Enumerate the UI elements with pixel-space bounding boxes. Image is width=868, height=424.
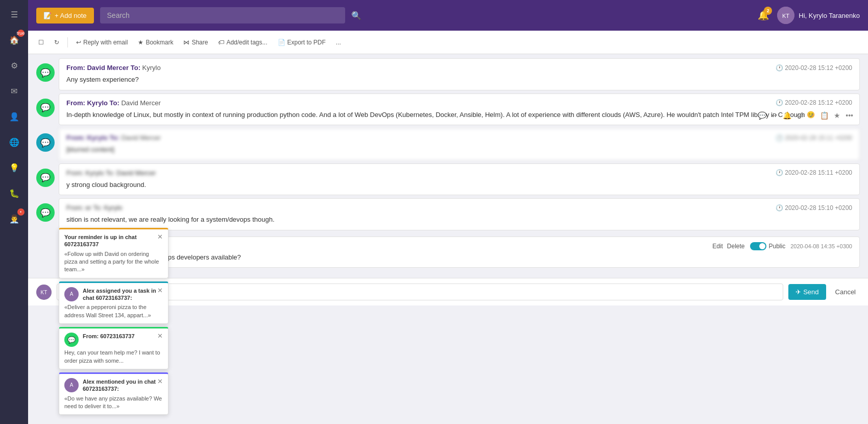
bell-action[interactable]: 🔔 <box>782 110 792 121</box>
export-icon: 📄 <box>278 39 285 46</box>
user-name: Hi, Kyrylo Taranenko <box>799 12 860 19</box>
sidebar: ☰ 🏠 true ⚙ ✉ 👤 🌐 💡 🐛 👨‍💼 • <box>0 0 28 424</box>
notif-title-4: Alex mentioned you in chat 60723163737: <box>83 378 157 393</box>
notif-close-1[interactable]: ✕ <box>157 233 163 240</box>
message-body-2: In-depth knowledge of Linux, but mostly … <box>66 110 852 120</box>
cancel-button[interactable]: Cancel <box>831 284 860 300</box>
export-pdf-button[interactable]: 📄 Export to PDF <box>274 36 330 49</box>
message-card: From: David Mercer To: Kyrylo 🕐 2020-02-… <box>59 58 860 90</box>
message-header-5: From: er To: Kyrylo 🕐 2020-02-28 15:10 +… <box>66 204 852 211</box>
message-card-2: From: Kyrylo To: David Mercer 🕐 2020-02-… <box>59 93 860 126</box>
send-button[interactable]: ✈ Send <box>788 284 826 300</box>
reply-action[interactable]: 💬 <box>757 110 767 121</box>
bookmark-button[interactable]: ★ Bookmark <box>134 36 177 49</box>
agent-badge: • <box>17 208 25 216</box>
notif-header-4: A Alex mentioned you in chat 60723163737… <box>64 378 163 393</box>
message-body: Any system experience? <box>66 75 852 85</box>
email-icon: ✉ <box>11 86 17 96</box>
edit-button[interactable]: Edit <box>712 243 723 250</box>
clock-icon-4: 🕐 <box>776 169 783 176</box>
message-time: 🕐 2020-02-28 15:12 +0200 <box>776 64 852 72</box>
notif-title-1: Your reminder is up in chat 60723163737 <box>64 233 157 248</box>
search-input[interactable] <box>100 7 345 23</box>
message-card-5: From: er To: Kyrylo 🕐 2020-02-28 15:10 +… <box>59 198 860 230</box>
more-button[interactable]: ... <box>332 36 345 49</box>
comment-time: 2020-04-08 14:35 +0300 <box>790 243 852 249</box>
message-header-4: From: Kyrylo To: David Mercer 🕐 2020-02-… <box>66 169 852 177</box>
more-action[interactable]: ••• <box>845 110 854 121</box>
message-from-4: From: Kyrylo To: David Mercer <box>66 169 156 177</box>
home-icon: 🏠 <box>9 35 19 45</box>
checkbox-button[interactable]: ☐ <box>34 36 48 49</box>
export-pdf-label: Export to PDF <box>287 39 326 46</box>
notif-with-avatar-2: A Alex assigned you a task in chat 60723… <box>64 287 157 302</box>
top-header: 📝 + Add note 🔍 🔔 2 KT Hi, Kyrylo Taranen… <box>28 0 868 31</box>
notif-content-3: From: 60723163737 <box>83 333 135 340</box>
send-icon: ✈ <box>795 288 801 296</box>
forward-action[interactable]: ↩ <box>770 110 779 121</box>
content-area: 💬 From: David Mercer To: Kyrylo 🕐 2020-0… <box>28 54 868 424</box>
message-header-2: From: Kyrylo To: David Mercer 🕐 2020-02-… <box>66 99 852 107</box>
notif-close-3[interactable]: ✕ <box>157 333 163 339</box>
notification-popups: Your reminder is up in chat 60723163737 … <box>59 228 168 418</box>
notif-close-2[interactable]: ✕ <box>157 287 163 294</box>
toolbar-separator-1 <box>67 37 68 48</box>
add-tags-label: Add/edit tags... <box>226 39 267 46</box>
notification-badge: 2 <box>764 7 772 15</box>
bookmark-label: Bookmark <box>146 39 173 46</box>
public-toggle[interactable]: Public <box>750 242 786 250</box>
main-wrapper: 📝 + Add note 🔍 🔔 2 KT Hi, Kyrylo Taranen… <box>28 0 868 424</box>
toolbar: ☐ ↻ ↩ Reply with email ★ Bookmark ⋈ Shar… <box>28 31 868 54</box>
notif-content-4: Alex mentioned you in chat 60723163737: <box>83 378 157 393</box>
sidebar-item-settings[interactable]: ⚙ <box>6 57 22 74</box>
star-action[interactable]: ★ <box>833 110 841 121</box>
sidebar-item-bulb[interactable]: 💡 <box>6 159 22 176</box>
message-header: From: David Mercer To: Kyrylo 🕐 2020-02-… <box>66 64 852 72</box>
sidebar-item-email[interactable]: ✉ <box>6 83 22 99</box>
search-icon[interactable]: 🔍 <box>351 11 361 20</box>
refresh-button[interactable]: ↻ <box>50 36 63 49</box>
notif-avatar-2: A <box>64 287 79 301</box>
toggle-knob <box>759 243 765 249</box>
send-label: Send <box>803 288 818 296</box>
add-note-button[interactable]: 📝 + Add note <box>36 8 94 23</box>
sidebar-item-globe[interactable]: 🌐 <box>6 134 22 150</box>
clock-icon-3: 🕐 <box>776 134 783 142</box>
message-body-4: y strong cloud background. <box>66 180 852 190</box>
user-profile[interactable]: KT Hi, Kyrylo Taranenko <box>777 7 860 24</box>
whatsapp-icon-5: 💬 <box>40 208 51 218</box>
avatar: 💬 <box>36 203 55 222</box>
reply-email-button[interactable]: ↩ Reply with email <box>72 36 132 49</box>
tag-icon: 🏷 <box>218 39 224 46</box>
add-tags-button[interactable]: 🏷 Add/edit tags... <box>214 36 271 49</box>
sidebar-item-menu[interactable]: ☰ <box>6 6 22 22</box>
sidebar-item-bug[interactable]: 🐛 <box>6 185 22 201</box>
tag-action[interactable]: 🏷 <box>795 110 805 121</box>
add-note-label: + Add note <box>55 12 87 19</box>
message-from-2: From: Kyrylo To: David Mercer <box>66 99 161 107</box>
sidebar-item-home[interactable]: 🏠 true <box>6 32 22 48</box>
delete-button[interactable]: Delete <box>727 243 745 250</box>
sidebar-item-agent[interactable]: 👨‍💼 • <box>6 210 22 227</box>
avatar: 💬 <box>36 63 55 82</box>
check-action[interactable]: ✓ <box>808 110 816 121</box>
copy-action[interactable]: 📋 <box>819 110 830 121</box>
menu-icon: ☰ <box>11 10 18 19</box>
notif-title-2: Alex assigned you a task in chat 6072316… <box>83 287 157 302</box>
notif-close-4[interactable]: ✕ <box>157 378 163 385</box>
star-icon: ★ <box>138 39 143 46</box>
message-body-3: [blurred content] <box>66 145 852 155</box>
table-row: 💬 From: Kyrylo To: David Mercer 🕐 2020-0… <box>36 128 860 163</box>
toggle-switch[interactable] <box>750 242 766 250</box>
sidebar-item-user[interactable]: 👤 <box>6 108 22 125</box>
header-right: 🔔 2 KT Hi, Kyrylo Taranenko <box>758 7 860 24</box>
share-label: Share <box>191 39 208 46</box>
clock-icon-2: 🕐 <box>776 99 783 106</box>
message-from-5: From: er To: Kyrylo <box>66 204 123 211</box>
share-button[interactable]: ⋈ Share <box>179 36 212 49</box>
message-from: From: David Mercer To: Kyrylo <box>66 64 161 72</box>
public-label: Public <box>769 243 786 250</box>
notification-button[interactable]: 🔔 2 <box>758 10 769 21</box>
bulb-icon: 💡 <box>9 163 19 173</box>
message-from-3: From: Kyrylo To: David Mercer <box>66 134 161 142</box>
